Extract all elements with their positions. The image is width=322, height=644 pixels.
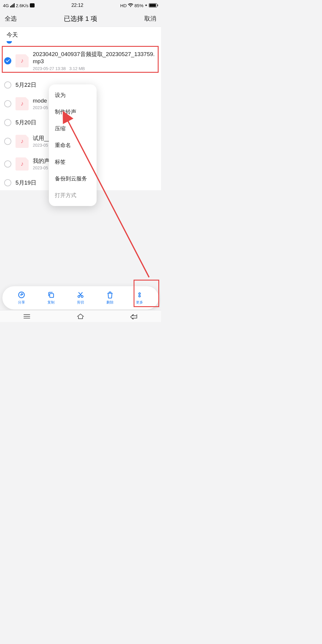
signal-icon [10,3,15,7]
trash-icon [106,291,114,299]
more-actions-menu: 设为 制作铃声 压缩 重命名 标签 备份到云服务 打开方式 [49,84,97,206]
file-name: 20230420_040937音频提取_20230527_133759.mp3 [33,51,157,65]
cancel-button[interactable]: 取消 [144,15,156,23]
network-type: 4G [3,3,9,8]
more-button[interactable]: 更多 [136,291,143,305]
svg-rect-1 [49,293,53,297]
previous-item-peek [0,42,161,44]
svg-point-4 [139,292,140,294]
clock: 22:12 [71,3,83,8]
audio-file-icon: ♪ [16,54,29,67]
group-title: 5月19日 [16,179,36,187]
more-label: 更多 [136,300,143,305]
battery-icon [149,3,158,7]
checkbox-icon[interactable] [4,138,11,145]
file-date: 2023-05 [33,165,48,170]
file-date: 2023-05 [33,143,48,148]
section-today: 今天 [0,27,161,42]
selection-title: 已选择 1 项 [64,14,97,23]
checkbox-icon[interactable] [4,179,11,186]
hd-indicator: HD [120,3,127,8]
menu-set-as[interactable]: 设为 [49,87,97,103]
file-date: 2023-05 [33,105,48,110]
audio-file-icon: ♪ [16,157,29,171]
share-button[interactable]: 分享 [18,291,25,305]
charging-icon: ✦ [145,3,148,7]
share-label: 分享 [18,300,25,305]
nav-home-button[interactable] [75,313,86,320]
cut-button[interactable]: 剪切 [77,291,84,305]
checkbox-checked-icon[interactable] [4,57,11,64]
menu-rename[interactable]: 重命名 [49,137,97,154]
system-nav-bar [0,310,161,322]
checkbox-icon[interactable] [4,160,11,168]
wifi-icon [128,3,133,8]
selection-header: 全选 已选择 1 项 取消 [0,11,161,27]
checkbox-icon[interactable] [4,119,11,126]
share-icon [18,291,25,299]
delete-button[interactable]: 删除 [106,291,114,305]
checkbox-icon[interactable] [4,100,11,107]
file-date: 2023-05-27 13:38 [33,66,66,71]
checkbox-icon[interactable] [4,81,11,89]
copy-button[interactable]: 复制 [47,291,55,305]
network-speed: 2.6K/s [16,3,29,8]
app-indicator-icon [30,3,35,7]
menu-tags[interactable]: 标签 [49,154,97,170]
group-title: 5月20日 [16,119,36,126]
audio-file-icon: ♪ [16,135,29,148]
menu-backup-cloud[interactable]: 备份到云服务 [49,170,97,187]
audio-file-icon: ♪ [16,97,29,110]
delete-label: 删除 [106,300,114,305]
menu-make-ringtone[interactable]: 制作铃声 [49,103,97,120]
copy-icon [47,291,55,299]
action-toolbar: 分享 复制 剪切 删除 更多 [2,286,159,309]
nav-recent-button[interactable] [21,313,33,320]
file-size: 3.12 MB [69,66,85,71]
status-bar: 4G 2.6K/s 22:12 HD 85% ✦ [0,0,161,11]
group-title: 5月22日 [16,81,36,89]
copy-label: 复制 [47,300,55,305]
svg-point-5 [139,295,140,297]
battery-percent: 85% [134,3,143,8]
menu-compress[interactable]: 压缩 [49,120,97,137]
menu-open-with[interactable]: 打开方式 [49,187,97,204]
nav-back-button[interactable] [128,313,140,320]
more-icon [136,291,143,299]
file-row[interactable]: ♪ 20230420_040937音频提取_20230527_133759.mp… [0,44,161,78]
select-all-button[interactable]: 全选 [5,15,17,23]
cut-icon [77,291,84,299]
cut-label: 剪切 [77,300,84,305]
